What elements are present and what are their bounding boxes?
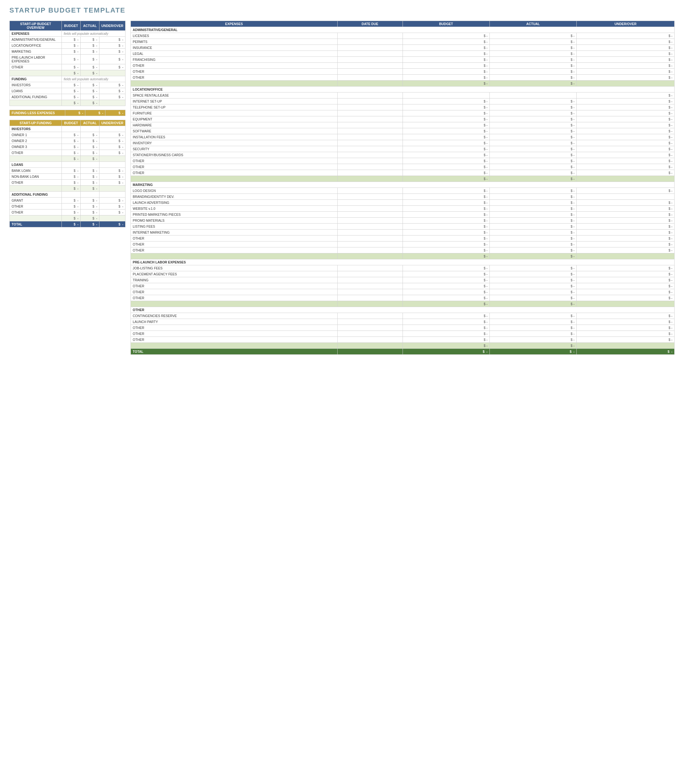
- sf-other-inv-actual[interactable]: $ -: [80, 150, 99, 156]
- sf-other-loan-label: OTHER: [10, 180, 62, 186]
- overview-other-under[interactable]: $ -: [99, 64, 125, 70]
- sf-owner1-actual[interactable]: $ -: [80, 132, 99, 138]
- sf-owner1-budget[interactable]: $ -: [61, 132, 80, 138]
- overview-prelabor-under[interactable]: $ -: [99, 55, 125, 64]
- sf-owner1-under[interactable]: $ -: [99, 132, 125, 138]
- sf-other-loan-actual[interactable]: $ -: [80, 180, 99, 186]
- overview-location-budget[interactable]: $ -: [61, 43, 80, 48]
- sf-grant-budget[interactable]: $ -: [61, 198, 80, 203]
- overview-investors-under[interactable]: $ -: [99, 82, 125, 88]
- exp-col-under: UNDER/OVER: [577, 21, 674, 27]
- sf-grant-under[interactable]: $ -: [99, 198, 125, 203]
- sf-other-add2-under[interactable]: $ -: [99, 209, 125, 216]
- overview-other-budget[interactable]: $ -: [61, 64, 80, 70]
- overview-investors-actual[interactable]: $ -: [80, 82, 99, 88]
- overview-admin-budget[interactable]: $ -: [61, 37, 80, 43]
- overview-expense-subtotal-budget: $ -: [61, 70, 80, 76]
- sf-owner2-budget[interactable]: $ -: [61, 138, 80, 144]
- row-mkt-other2: OTHER: [131, 241, 337, 248]
- labor-subtotal-budget: $ -: [403, 301, 489, 307]
- overview-marketing-label: MARKETING: [10, 48, 62, 55]
- overview-admin-under[interactable]: $ -: [99, 37, 125, 43]
- row-internet-setup: INTERNET SET-UP: [131, 98, 337, 105]
- sf-other-add1-under[interactable]: $ -: [99, 203, 125, 209]
- row-other-sec-other1: OTHER: [131, 325, 337, 331]
- sf-add-subtotal-actual: $ -: [80, 216, 99, 221]
- row-insurance: INSURANCE: [131, 45, 337, 51]
- sf-nonbank-under[interactable]: $ -: [99, 174, 125, 180]
- sf-grant-label: GRANT: [10, 198, 62, 203]
- sf-other-add2-actual[interactable]: $ -: [80, 209, 99, 216]
- exp-col-expenses: EXPENSES: [131, 21, 337, 27]
- sf-additional-label: ADDITIONAL FUNDING: [10, 192, 62, 198]
- overview-location-under[interactable]: $ -: [99, 43, 125, 48]
- sf-owner3-actual[interactable]: $ -: [80, 144, 99, 150]
- row-stationery: STATIONERY/BUSINESS CARDS: [131, 152, 337, 158]
- sf-grant-actual[interactable]: $ -: [80, 198, 99, 203]
- row-internet-marketing: INTERNET MARKETING: [131, 230, 337, 235]
- funding-less-actual: $ -: [86, 110, 105, 116]
- row-labor-other2: OTHER: [131, 289, 337, 295]
- overview-prelabor-actual[interactable]: $ -: [80, 55, 99, 64]
- other-subtotal-budget: $ -: [403, 343, 489, 349]
- sf-other-inv-budget[interactable]: $ -: [61, 150, 80, 156]
- sf-total-budget: $ -: [61, 221, 80, 227]
- overview-addfunding-label: ADDITIONAL FUNDING: [10, 94, 62, 100]
- mkt-subtotal-budget: $ -: [403, 253, 489, 259]
- overview-other-actual[interactable]: $ -: [80, 64, 99, 70]
- startup-funding-table: START-UP FUNDING BUDGET ACTUAL UNDER/OVE…: [10, 120, 126, 227]
- row-permits: PERMITS: [131, 39, 337, 45]
- overview-location-actual[interactable]: $ -: [80, 43, 99, 48]
- sf-under-over-col: UNDER/OVER: [99, 120, 125, 126]
- overview-loans-under[interactable]: $ -: [99, 88, 125, 94]
- sf-other-inv-under[interactable]: $ -: [99, 150, 125, 156]
- overview-marketing-budget[interactable]: $ -: [61, 48, 80, 55]
- overview-loans-actual[interactable]: $ -: [80, 88, 99, 94]
- sf-inv-subtotal-actual: $ -: [80, 156, 99, 162]
- mkt-subtotal-actual: $ -: [489, 253, 576, 259]
- admin-subtotal-budget: $ -: [403, 80, 489, 87]
- sf-owner2-actual[interactable]: $ -: [80, 138, 99, 144]
- overview-admin-actual[interactable]: $ -: [80, 37, 99, 43]
- sf-owner3-budget[interactable]: $ -: [61, 144, 80, 150]
- row-installation-fees: INSTALLATION FEES: [131, 134, 337, 140]
- overview-loans-budget[interactable]: $ -: [61, 88, 80, 94]
- overview-investors-budget[interactable]: $ -: [61, 82, 80, 88]
- overview-marketing-actual[interactable]: $ -: [80, 48, 99, 55]
- sf-total-actual: $ -: [80, 221, 99, 227]
- sf-bankloan-budget[interactable]: $ -: [61, 168, 80, 174]
- overview-addfunding-actual[interactable]: $ -: [80, 94, 99, 100]
- row-mkt-other1: OTHER: [131, 235, 337, 241]
- sf-owner3-under[interactable]: $ -: [99, 144, 125, 150]
- row-admin-other3: OTHER: [131, 75, 337, 80]
- sf-bankloan-actual[interactable]: $ -: [80, 168, 99, 174]
- sf-header: START-UP FUNDING: [10, 120, 62, 126]
- row-software: SOFTWARE: [131, 128, 337, 134]
- section-other: OTHER: [131, 307, 674, 313]
- exp-total-actual: $ -: [489, 349, 576, 355]
- overview-marketing-under[interactable]: $ -: [99, 48, 125, 55]
- sf-nonbank-actual[interactable]: $ -: [80, 174, 99, 180]
- sf-other-add2-budget[interactable]: $ -: [61, 209, 80, 216]
- row-placement-agency: PLACEMENT AGENCY FEES: [131, 271, 337, 277]
- sf-other-loan-budget[interactable]: $ -: [61, 180, 80, 186]
- sf-other-add1-budget[interactable]: $ -: [61, 203, 80, 209]
- sf-other-loan-under[interactable]: $ -: [99, 180, 125, 186]
- row-branding: BRANDING/IDENTITY DEV.: [131, 194, 337, 200]
- row-furniture: FURNITURE: [131, 110, 337, 116]
- funding-less-under: $ -: [105, 110, 126, 116]
- row-hardware: HARDWARE: [131, 122, 337, 128]
- sf-other-inv-label: OTHER: [10, 150, 62, 156]
- sf-other-add1-actual[interactable]: $ -: [80, 203, 99, 209]
- sf-nonbank-budget[interactable]: $ -: [61, 174, 80, 180]
- row-labor-other3: OTHER: [131, 295, 337, 301]
- row-loc-other3: OTHER: [131, 170, 337, 176]
- overview-prelabor-label: PRE-LAUNCH LABOR EXPENSES: [10, 55, 62, 64]
- overview-funding-subtotal-budget: $ -: [61, 100, 80, 106]
- overview-addfunding-budget[interactable]: $ -: [61, 94, 80, 100]
- overview-prelabor-budget[interactable]: $ -: [61, 55, 80, 64]
- sf-owner2-under[interactable]: $ -: [99, 138, 125, 144]
- sf-bankloan-under[interactable]: $ -: [99, 168, 125, 174]
- overview-addfunding-under[interactable]: $ -: [99, 94, 125, 100]
- section-prelabor: PRE-LAUNCH LABOR EXPENSES: [131, 259, 674, 265]
